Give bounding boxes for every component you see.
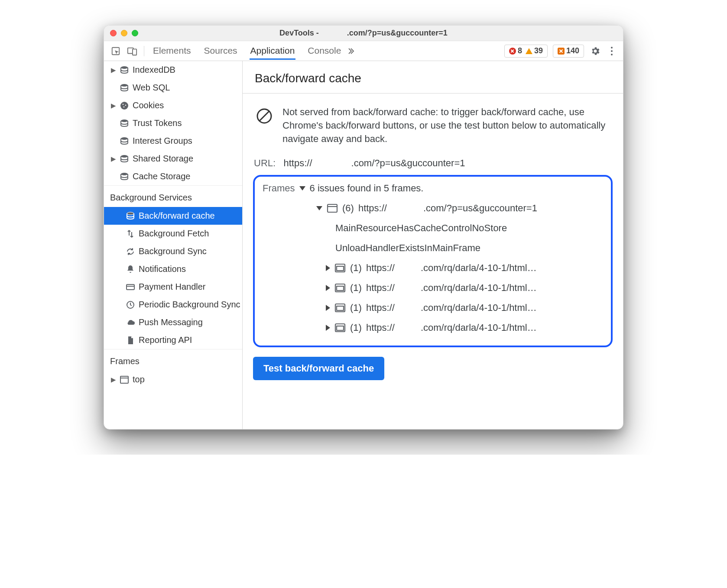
subframe-prefix: https:// bbox=[366, 262, 395, 274]
subframe-row[interactable]: (1)https://.com/rq/darla/4-10-1/html… bbox=[326, 298, 603, 318]
panel-tabs: Elements Sources Application Console bbox=[152, 42, 342, 60]
sidebar-item-label: Payment Handler bbox=[139, 282, 206, 292]
reason-item: MainResourceHasCacheControlNoStore bbox=[335, 218, 603, 238]
window-controls bbox=[110, 30, 138, 36]
sidebar-item-reporting-api[interactable]: Reporting API bbox=[104, 331, 242, 349]
sidebar-item-label: Back/forward cache bbox=[139, 211, 215, 221]
sync-icon bbox=[126, 247, 136, 256]
subframe-row[interactable]: (1)https://.com/rq/darla/4-10-1/html… bbox=[326, 258, 603, 278]
svg-rect-17 bbox=[120, 376, 128, 383]
sidebar-item-indexeddb[interactable]: ▶IndexedDB bbox=[104, 61, 242, 79]
chevron-right-icon: ▶ bbox=[110, 102, 117, 110]
sidebar-item-back-forward-cache[interactable]: Back/forward cache bbox=[104, 207, 242, 225]
sidebar-item-shared-storage[interactable]: ▶Shared Storage bbox=[104, 150, 242, 168]
more-tabs-icon[interactable] bbox=[344, 44, 357, 58]
subframes: (1)https://.com/rq/darla/4-10-1/html…(1)… bbox=[316, 258, 603, 338]
database-icon bbox=[120, 83, 130, 93]
error-icon bbox=[509, 48, 516, 55]
test-bfcache-button[interactable]: Test back/forward cache bbox=[253, 357, 384, 380]
subframe-suffix: .com/rq/darla/4-10-1/html… bbox=[421, 302, 537, 313]
sidebar-item-label: Trust Tokens bbox=[133, 118, 182, 128]
frames-header-row[interactable]: Frames 6 issues found in 5 frames. bbox=[263, 183, 603, 194]
console-counts-pill[interactable]: 8 39 bbox=[504, 45, 548, 58]
tab-sources[interactable]: Sources bbox=[203, 42, 238, 60]
sidebar-item-payment-handler[interactable]: Payment Handler bbox=[104, 278, 242, 296]
svg-point-4 bbox=[121, 84, 128, 87]
frames-header: Frames bbox=[104, 349, 242, 371]
tab-elements[interactable]: Elements bbox=[152, 42, 192, 60]
sidebar-item-cache-storage[interactable]: Cache Storage bbox=[104, 168, 242, 185]
sidebar-item-label: Reporting API bbox=[139, 335, 192, 345]
issues-pill[interactable]: 140 bbox=[553, 45, 584, 58]
title-suffix: .com/?p=us&guccounter=1 bbox=[347, 29, 448, 37]
main-pane: Back/forward cache Not served from back/… bbox=[243, 61, 623, 429]
gear-icon[interactable] bbox=[590, 46, 600, 56]
titlebar: DevTools - .com/?p=us&guccounter=1 bbox=[104, 26, 623, 41]
storage-section: ▶IndexedDBWeb SQL▶CookiesTrust TokensInt… bbox=[104, 61, 242, 185]
sidebar-item-periodic-background-sync[interactable]: Periodic Background Sync bbox=[104, 296, 242, 313]
title-prefix: DevTools - bbox=[279, 29, 319, 37]
sidebar-item-top[interactable]: ▶top bbox=[104, 371, 242, 388]
minimize-window-button[interactable] bbox=[121, 30, 127, 36]
database-icon bbox=[120, 65, 130, 75]
issues-count: 140 bbox=[566, 46, 579, 55]
info-banner: Not served from back/forward cache: to t… bbox=[253, 101, 613, 156]
frames-label: Frames bbox=[263, 183, 295, 194]
error-count: 8 bbox=[518, 46, 522, 55]
subframe-suffix: .com/rq/darla/4-10-1/html… bbox=[421, 322, 537, 333]
warning-count: 39 bbox=[534, 46, 543, 55]
svg-point-8 bbox=[123, 106, 125, 107]
kebab-icon[interactable] bbox=[607, 47, 617, 55]
svg-rect-24 bbox=[337, 266, 344, 271]
chevron-down-icon bbox=[316, 206, 322, 210]
top-frame-prefix: https:// bbox=[358, 203, 387, 214]
sidebar-item-trust-tokens[interactable]: Trust Tokens bbox=[104, 114, 242, 132]
sidebar-item-label: Notifications bbox=[139, 264, 186, 274]
sidebar-item-label: Background Sync bbox=[139, 246, 207, 256]
top-frame-row[interactable]: (6) https://.com/?p=us&guccounter=1 bbox=[316, 198, 603, 218]
chevron-right-icon bbox=[326, 325, 330, 331]
svg-rect-21 bbox=[328, 204, 337, 212]
subframe-row[interactable]: (1)https://.com/rq/darla/4-10-1/html… bbox=[326, 318, 603, 338]
top-frame-count: (6) bbox=[342, 203, 354, 214]
subframe-row[interactable]: (1)https://.com/rq/darla/4-10-1/html… bbox=[326, 278, 603, 298]
tab-application[interactable]: Application bbox=[250, 42, 296, 60]
issues-icon bbox=[558, 48, 565, 55]
transfer-icon bbox=[126, 229, 136, 239]
sidebar-item-label: top bbox=[133, 375, 145, 384]
svg-point-10 bbox=[121, 137, 128, 140]
close-window-button[interactable] bbox=[110, 30, 117, 36]
bg-services-section: Back/forward cacheBackground FetchBackgr… bbox=[104, 207, 242, 349]
chevron-right-icon bbox=[326, 265, 330, 271]
body: ▶IndexedDBWeb SQL▶CookiesTrust TokensInt… bbox=[104, 61, 623, 429]
file-icon bbox=[126, 336, 136, 345]
sidebar-item-cookies[interactable]: ▶Cookies bbox=[104, 97, 242, 114]
svg-point-6 bbox=[123, 103, 124, 105]
sidebar-item-background-sync[interactable]: Background Sync bbox=[104, 242, 242, 260]
bg-services-header: Background Services bbox=[104, 185, 242, 207]
svg-line-20 bbox=[260, 111, 269, 121]
sidebar-item-notifications[interactable]: Notifications bbox=[104, 260, 242, 278]
inspect-icon[interactable] bbox=[108, 44, 123, 58]
sidebar-item-web-sql[interactable]: Web SQL bbox=[104, 79, 242, 97]
frame-list: (6) https://.com/?p=us&guccounter=1 Main… bbox=[263, 194, 603, 338]
sidebar-item-label: Cookies bbox=[133, 100, 164, 110]
sidebar-item-label: Cache Storage bbox=[133, 171, 190, 181]
sidebar-item-push-messaging[interactable]: Push Messaging bbox=[104, 313, 242, 331]
subframe-count: (1) bbox=[350, 282, 362, 294]
sidebar-item-label: Push Messaging bbox=[139, 317, 203, 327]
subframe-suffix: .com/rq/darla/4-10-1/html… bbox=[421, 262, 537, 274]
subframe-prefix: https:// bbox=[366, 322, 395, 333]
sidebar-item-label: Background Fetch bbox=[139, 229, 209, 239]
subframe-count: (1) bbox=[350, 322, 362, 333]
svg-rect-28 bbox=[337, 306, 344, 310]
chevron-right-icon: ▶ bbox=[110, 155, 117, 163]
sidebar-item-interest-groups[interactable]: Interest Groups bbox=[104, 132, 242, 150]
device-icon[interactable] bbox=[125, 44, 140, 58]
chevron-right-icon bbox=[326, 305, 330, 311]
database-icon bbox=[120, 136, 130, 146]
svg-rect-14 bbox=[127, 284, 134, 290]
sidebar-item-background-fetch[interactable]: Background Fetch bbox=[104, 225, 242, 242]
zoom-window-button[interactable] bbox=[132, 30, 138, 36]
tab-console[interactable]: Console bbox=[307, 42, 342, 60]
